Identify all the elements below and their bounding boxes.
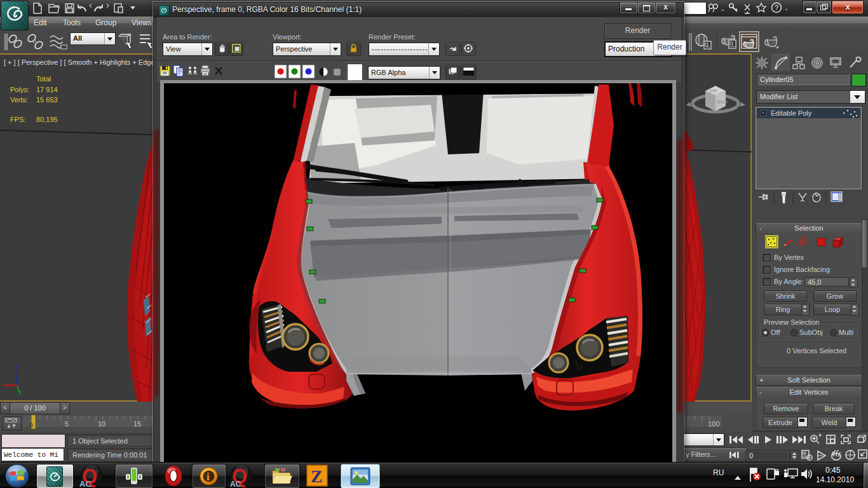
svg-text:Z: Z <box>311 466 323 486</box>
svg-text:5: 5 <box>65 420 69 428</box>
svg-text:BACK: BACK <box>717 100 728 104</box>
svg-text:y: y <box>18 389 22 395</box>
svg-text:i: i <box>207 471 210 483</box>
svg-text:10: 10 <box>98 420 105 428</box>
svg-text:100: 100 <box>708 420 719 428</box>
svg-text:AC: AC <box>230 480 241 488</box>
svg-text:15: 15 <box>133 420 141 428</box>
svg-text:0: 0 <box>749 452 753 459</box>
svg-text:AC: AC <box>79 479 92 488</box>
svg-text:z: z <box>15 364 18 371</box>
svg-text:TOP: TOP <box>709 89 717 93</box>
svg-text:?: ? <box>775 4 778 11</box>
svg-text:0: 0 <box>30 422 33 428</box>
